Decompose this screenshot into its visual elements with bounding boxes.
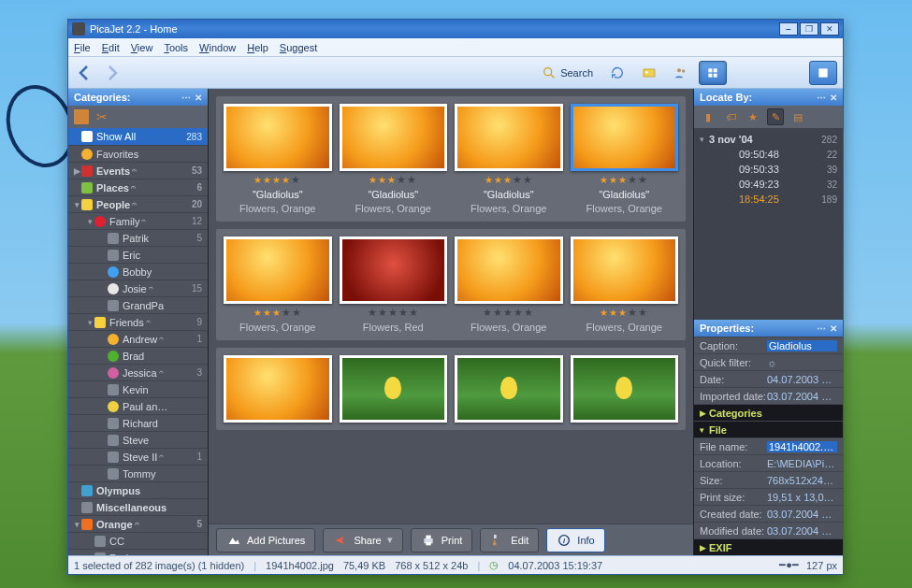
prop-row[interactable]: Size:768x512x24b… [694,471,843,488]
print-button[interactable]: Print [411,528,473,552]
thumbnail[interactable]: ★★★★★"Gladiolus"Flowers, Orange [224,104,332,214]
menu-suggest[interactable]: Suggest [280,42,317,53]
close-button[interactable]: ✕ [820,22,839,36]
thumbnail[interactable]: ★★★★★Flowers, Orange [455,237,563,333]
tree-item-andrew[interactable]: Andrew𝄐1 [68,330,208,347]
thumbnail[interactable] [571,355,679,423]
maximize-button[interactable]: ❐ [800,22,818,36]
rating-stars[interactable]: ★★★★★ [253,307,302,319]
sidebar-close-icon[interactable]: ✕ [195,93,202,103]
tree-item-friends[interactable]: ▾Friends𝄐9 [68,313,208,330]
locate-list[interactable]: ▾3 nov '0428209:50:482209:50:333909:49:2… [694,128,843,320]
category-book-icon[interactable] [74,109,89,124]
sidebar-menu-icon[interactable]: ⋯ [181,93,191,103]
prop-row[interactable]: Modified date:03.07.2004 1… [694,522,843,538]
tree-item-show-all[interactable]: Show All283 [68,128,208,145]
locate-time-row[interactable]: 09:50:3339 [700,162,837,177]
edit-button[interactable]: Edit [480,528,539,552]
tree-item-places[interactable]: Places𝄐6 [68,179,208,195]
locate-brush-icon[interactable]: ✎ [767,108,784,125]
tree-item-olympus[interactable]: Olympus [68,481,208,498]
props-close-icon[interactable]: ✕ [830,323,837,334]
tree-item-richard[interactable]: Richard [68,414,208,431]
tree-item-grandpa[interactable]: GrandPa [68,296,208,313]
locate-date-header[interactable]: ▾3 nov '04282 [700,132,837,147]
toolbar-view-thumbs-button[interactable] [699,61,727,85]
locate-time-row[interactable]: 18:54:25189 [700,192,837,207]
tree-item-tommy[interactable]: Tommy [68,465,208,481]
info-button[interactable]: i Info [546,528,604,552]
locate-book-icon[interactable]: ▮ [700,108,717,125]
thumbnail[interactable] [340,355,448,423]
locate-time-row[interactable]: 09:49:2332 [700,177,837,192]
prop-row[interactable]: Print size:19,51 x 13,00… [694,488,843,505]
toolbar-people-button[interactable] [667,61,695,85]
prop-row[interactable]: Imported date:03.07.2004 1… [694,387,843,404]
rating-stars[interactable]: ★★★★★ [600,174,648,186]
search-button[interactable]: Search [535,61,600,85]
tree-item-steve-ii[interactable]: Steve II𝄐1 [68,448,208,465]
rating-stars[interactable]: ★★★★★ [253,174,301,186]
thumbnail[interactable]: ★★★★★"Gladiolus"Flowers, Orange [340,104,448,214]
prop-row[interactable]: Date:04.07.2003 1… [694,370,843,387]
thumbnail[interactable]: ★★★★★Flowers, Red [340,237,448,333]
zoom-slider-icon[interactable]: ━●━ [779,559,799,571]
prop-section-exif[interactable]: ▶EXIF [694,538,843,555]
prop-row[interactable]: File name:1941h4002.jpg [694,437,843,454]
prop-row[interactable]: Quick filter:☼ [694,353,843,370]
locate-menu-icon[interactable]: ⋯ [817,93,826,103]
props-menu-icon[interactable]: ⋯ [817,323,826,334]
titlebar[interactable]: PicaJet 2.2 - Home ‒ ❐ ✕ [68,20,843,38]
category-tree[interactable]: Show All283Favorites▶Events𝄐53Places𝄐6▾P… [68,128,208,555]
thumbnail[interactable]: ★★★★★Flowers, Orange [224,237,332,333]
rating-stars[interactable]: ★★★★★ [485,174,533,186]
menubar[interactable]: FileEditViewToolsWindowHelpSuggest [68,38,843,57]
thumbnail[interactable]: ★★★★★"Gladiolus"Flowers, Orange [571,104,679,214]
category-scissors-icon[interactable]: ✂ [96,109,108,124]
thumbnail[interactable]: ★★★★★"Gladiolus"Flowers, Orange [455,104,563,214]
thumbnail[interactable]: ★★★★★Flowers, Orange [571,237,679,333]
tree-item-kevin[interactable]: Kevin [68,380,208,397]
tree-item-patrik[interactable]: Patrik5 [68,229,208,246]
back-button[interactable] [74,62,96,84]
rating-stars[interactable]: ★★★★★ [368,307,419,319]
tree-item-favorites[interactable]: Favorites [68,145,208,162]
menu-help[interactable]: Help [247,42,268,53]
minimize-button[interactable]: ‒ [779,22,798,36]
thumbnail[interactable] [224,355,332,423]
tree-item-paul-an-[interactable]: Paul an… [68,397,208,414]
toolbar-image-button[interactable] [635,61,663,85]
tree-item-miscellaneous[interactable]: Miscellaneous [68,498,208,515]
tree-item-red[interactable]: Red [68,549,208,555]
locate-close-icon[interactable]: ✕ [830,93,837,103]
menu-file[interactable]: File [74,42,91,53]
prop-row[interactable]: Caption:Gladiolus [694,337,843,353]
tree-item-family[interactable]: ▾Family𝄐12 [68,212,208,229]
prop-section-file[interactable]: ▾File [694,421,843,437]
tree-item-josie[interactable]: Josie𝄐15 [68,280,208,296]
menu-tools[interactable]: Tools [164,42,188,53]
prop-row[interactable]: Location:E:\MEDIA\Pict… [694,454,843,471]
locate-time-row[interactable]: 09:50:4822 [700,147,837,162]
rating-stars[interactable]: ★★★★★ [600,307,648,319]
prop-row[interactable]: Created date:03.07.2004 1… [694,505,843,522]
toolbar-rotate-button[interactable] [603,61,631,85]
tree-item-steve[interactable]: Steve [68,431,208,448]
rating-stars[interactable]: ★★★★★ [369,174,417,186]
tree-item-orange[interactable]: ▾Orange𝄐5 [68,515,208,532]
menu-window[interactable]: Window [199,42,236,53]
menu-view[interactable]: View [131,42,153,53]
menu-edit[interactable]: Edit [102,42,120,53]
locate-batch-icon[interactable]: ▤ [789,108,806,125]
tree-item-bobby[interactable]: Bobby [68,263,208,280]
add-pictures-button[interactable]: Add Pictures [216,528,315,552]
locate-star-icon[interactable]: ★ [745,108,761,125]
locate-tag-icon[interactable]: 🏷 [722,108,739,125]
share-button[interactable]: Share ▾ [323,528,402,552]
rating-stars[interactable]: ★★★★★ [483,307,534,319]
thumbnail[interactable] [455,355,563,423]
tree-item-eric[interactable]: Eric [68,246,208,263]
tree-item-jessica[interactable]: Jessica𝄐3 [68,364,208,380]
tree-item-brad[interactable]: Brad [68,347,208,364]
forward-button[interactable] [100,62,123,84]
